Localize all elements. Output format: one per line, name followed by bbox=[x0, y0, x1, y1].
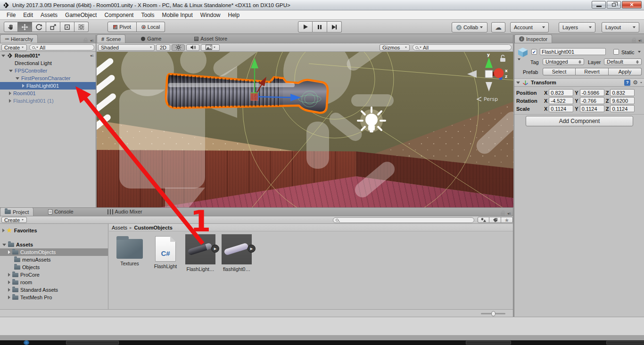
rotate-tool-button[interactable] bbox=[32, 22, 46, 32]
scene-search-input[interactable] bbox=[423, 45, 509, 50]
hierarchy-item-flashlight001-1[interactable]: FlashLight001 (1) bbox=[0, 97, 96, 105]
account-dropdown[interactable]: Account bbox=[510, 22, 549, 33]
tab-hierarchy[interactable]: ≔ Hierarchy bbox=[0, 34, 38, 43]
expand-badge-icon[interactable]: ▶ bbox=[248, 245, 256, 253]
project-tree-procore[interactable]: ProCore bbox=[0, 271, 108, 279]
static-checkbox[interactable] bbox=[613, 49, 619, 55]
project-tree-objects[interactable]: Objects bbox=[0, 263, 108, 271]
taskbar-button[interactable] bbox=[466, 341, 511, 345]
local-toggle-button[interactable]: Local bbox=[137, 22, 165, 32]
project-tree-textmesh-pro[interactable]: TextMesh Pro bbox=[0, 294, 108, 301]
panel-menu-icon[interactable]: ▾≡ bbox=[638, 39, 642, 43]
collapse-triangle-icon[interactable] bbox=[8, 250, 10, 254]
prefab-select-button[interactable]: Select bbox=[543, 68, 576, 75]
move-tool-button[interactable] bbox=[18, 22, 32, 32]
menu-component[interactable]: Component bbox=[100, 11, 137, 19]
tab-project[interactable]: Project bbox=[0, 207, 33, 216]
start-orb-icon[interactable] bbox=[24, 340, 29, 345]
hierarchy-item-directional-light[interactable]: Directional Light bbox=[0, 59, 96, 67]
tag-dropdown[interactable]: Untagged bbox=[543, 58, 584, 65]
scale-y-field[interactable] bbox=[580, 105, 604, 112]
axis-gizmo-x-sphere[interactable] bbox=[494, 68, 504, 78]
rect-tool-button[interactable] bbox=[60, 22, 74, 32]
rotation-x-field[interactable] bbox=[549, 97, 573, 104]
project-tree-room[interactable]: room bbox=[0, 279, 108, 286]
collapse-triangle-icon[interactable] bbox=[8, 288, 10, 292]
point-light-icon[interactable] bbox=[358, 107, 385, 132]
collapse-triangle-icon[interactable] bbox=[22, 84, 25, 88]
toggle-2d-button[interactable]: 2D bbox=[156, 44, 170, 51]
position-z-field[interactable] bbox=[610, 89, 635, 96]
tab-asset-store[interactable]: Asset Store bbox=[190, 34, 231, 43]
menu-window[interactable]: Window bbox=[197, 11, 224, 19]
active-checkbox[interactable]: ✓ bbox=[531, 49, 537, 55]
hierarchy-item-scene-root[interactable]: Room001* ▾≡ bbox=[0, 52, 96, 59]
slider-thumb[interactable] bbox=[491, 311, 495, 316]
rotation-z-field[interactable] bbox=[610, 97, 635, 104]
collapse-triangle-icon[interactable] bbox=[9, 91, 11, 95]
position-x-field[interactable] bbox=[549, 89, 573, 96]
tab-inspector[interactable]: i Inspector bbox=[514, 34, 552, 43]
play-button[interactable] bbox=[298, 21, 313, 33]
add-component-button[interactable]: Add Component bbox=[526, 116, 633, 126]
minimize-button[interactable] bbox=[592, 1, 606, 8]
restore-button[interactable] bbox=[607, 1, 621, 8]
scene-lock-icon[interactable] bbox=[500, 55, 505, 62]
transform-tool-button[interactable] bbox=[74, 22, 89, 32]
search-by-label-button[interactable] bbox=[489, 217, 501, 223]
menu-assets[interactable]: Assets bbox=[37, 11, 61, 19]
breadcrumb-current[interactable]: CustomObjects bbox=[134, 225, 173, 230]
hierarchy-item-firstpersoncharacter[interactable]: FirstPersonCharacter bbox=[0, 74, 96, 82]
pause-button[interactable] bbox=[313, 21, 327, 33]
collapse-triangle-icon[interactable] bbox=[8, 273, 10, 277]
asset-textures[interactable]: Textures bbox=[113, 234, 147, 266]
expand-triangle-icon[interactable] bbox=[9, 70, 13, 72]
project-tree-favorites[interactable]: ★ Favorites bbox=[0, 227, 108, 234]
directional-light-gizmo-icon[interactable] bbox=[97, 57, 117, 134]
collapse-triangle-icon[interactable] bbox=[9, 99, 11, 103]
project-tree-customobjects[interactable]: CustomObjects bbox=[0, 248, 108, 256]
scale-z-field[interactable] bbox=[610, 105, 635, 112]
scale-x-field[interactable] bbox=[549, 105, 573, 112]
rotation-y-field[interactable] bbox=[580, 97, 604, 104]
hand-tool-button[interactable] bbox=[4, 22, 18, 32]
close-button[interactable]: × bbox=[622, 1, 642, 8]
taskbar-button[interactable] bbox=[606, 341, 644, 345]
expand-triangle-icon[interactable] bbox=[1, 55, 5, 57]
asset-flashlight-script[interactable]: C# FlashLight bbox=[149, 234, 182, 269]
cloud-button[interactable]: ☁ bbox=[491, 22, 505, 33]
shading-mode-dropdown[interactable]: Shaded bbox=[98, 44, 155, 51]
menu-gameobject[interactable]: GameObject bbox=[61, 11, 100, 19]
menu-edit[interactable]: Edit bbox=[19, 11, 37, 19]
project-search-input[interactable] bbox=[340, 217, 471, 222]
hierarchy-search-input[interactable] bbox=[40, 45, 91, 50]
layers-dropdown[interactable]: Layers bbox=[559, 22, 595, 33]
help-icon[interactable]: ? bbox=[624, 80, 630, 86]
layer-dropdown[interactable]: Default bbox=[604, 58, 642, 65]
axis-gizmo-y-cone[interactable] bbox=[485, 58, 493, 68]
scene-menu-icon[interactable]: ▾≡ bbox=[90, 54, 96, 58]
persp-toggle[interactable]: Persp bbox=[477, 96, 498, 102]
gameobject-name-field[interactable] bbox=[540, 48, 606, 55]
favorites-filter-button[interactable]: ★ bbox=[501, 217, 513, 223]
component-expand-icon[interactable] bbox=[516, 82, 520, 84]
lock-icon[interactable] bbox=[501, 213, 505, 216]
menu-file[interactable]: File bbox=[3, 11, 19, 19]
gizmos-dropdown[interactable]: Gizmos bbox=[380, 44, 410, 51]
static-caret-icon[interactable] bbox=[638, 51, 641, 53]
project-search[interactable] bbox=[333, 217, 474, 223]
scene-audio-button[interactable] bbox=[186, 44, 199, 51]
collapse-triangle-icon[interactable] bbox=[8, 296, 10, 299]
windows-taskbar[interactable] bbox=[0, 340, 644, 345]
hierarchy-item-flashlight001[interactable]: FlashLight001 bbox=[0, 82, 96, 90]
hierarchy-item-room001[interactable]: Room001 bbox=[0, 90, 96, 97]
window-titlebar[interactable]: Unity 2017.3.0f3 Personal (64bit) - Room… bbox=[0, 0, 644, 10]
tab-console[interactable]: Console bbox=[44, 207, 77, 216]
scene-search[interactable] bbox=[413, 44, 512, 50]
scene-viewport[interactable]: y x z Persp bbox=[97, 52, 513, 207]
panel-menu-icon[interactable]: ▾≡ bbox=[507, 212, 511, 216]
collapse-triangle-icon[interactable] bbox=[8, 280, 10, 284]
layout-dropdown[interactable]: Layout bbox=[602, 22, 639, 33]
lock-icon[interactable] bbox=[83, 40, 88, 43]
step-button[interactable] bbox=[327, 21, 342, 33]
